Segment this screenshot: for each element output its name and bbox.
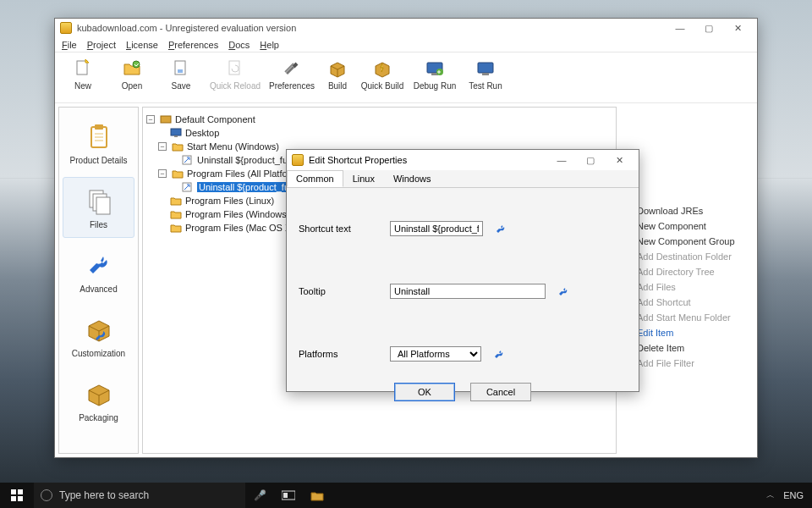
svg-rect-4: [178, 69, 183, 73]
ok-button[interactable]: OK: [394, 383, 455, 401]
taskbar-app-icon[interactable]: [303, 483, 332, 508]
close-button[interactable]: ✕: [723, 19, 752, 36]
action-add-destination: Add Destination Folder: [620, 249, 754, 264]
shortcut-text-label: Shortcut text: [299, 224, 383, 234]
action-new-component-group[interactable]: New Component Group: [620, 234, 754, 249]
action-new-component[interactable]: 👥New Component: [620, 218, 754, 234]
menu-preferences[interactable]: Preferences: [168, 40, 218, 50]
svg-rect-18: [96, 197, 110, 214]
tool-quick-reload: Quick Reload: [207, 56, 263, 91]
wrench-icon[interactable]: [493, 348, 505, 360]
menu-license[interactable]: License: [126, 40, 158, 50]
dialog-close-button[interactable]: ✕: [605, 152, 634, 168]
action-add-file-filter: Add File Filter: [620, 356, 754, 371]
shortcut-icon: [182, 182, 194, 192]
maximize-button[interactable]: ▢: [694, 19, 723, 36]
svg-rect-31: [18, 489, 23, 494]
tab-linux[interactable]: Linux: [343, 170, 384, 187]
toolbar: New Open Save Quick Reload Preferences B…: [55, 52, 757, 103]
start-button[interactable]: [0, 483, 34, 508]
folder-icon: [172, 141, 184, 152]
svg-rect-32: [11, 496, 16, 501]
titlebar[interactable]: kubadownload.com - Unregistered evaluati…: [55, 19, 757, 37]
tab-windows[interactable]: Windows: [384, 170, 441, 187]
tool-preferences[interactable]: Preferences: [266, 56, 317, 91]
tool-build[interactable]: Build: [321, 56, 354, 91]
test-run-icon: [475, 58, 497, 80]
box-wrench-icon: [84, 315, 114, 345]
left-sidebar: Product Details Files Advanced Customiza…: [58, 107, 139, 454]
tool-quick-build[interactable]: Quick Build: [358, 56, 407, 91]
tray-expand-icon[interactable]: ︿: [766, 489, 775, 501]
tool-debug-run[interactable]: Debug Run: [410, 56, 459, 91]
wrench-icon[interactable]: [495, 223, 507, 235]
tree-collapse-icon[interactable]: −: [146, 115, 155, 124]
tree-collapse-icon[interactable]: −: [158, 169, 167, 178]
nav-files[interactable]: Files: [63, 177, 134, 238]
action-download-jres[interactable]: ☕Download JREs: [620, 203, 754, 218]
tooltip-input[interactable]: [390, 284, 546, 299]
task-view-icon[interactable]: [274, 483, 303, 508]
nav-packaging[interactable]: Packaging: [63, 370, 134, 431]
svg-rect-10: [482, 73, 489, 75]
svg-rect-21: [174, 135, 178, 137]
dialog-titlebar[interactable]: Edit Shortcut Properties — ▢ ✕: [287, 150, 639, 170]
tool-save[interactable]: Save: [158, 56, 204, 91]
svg-rect-12: [95, 124, 103, 130]
menu-file[interactable]: File: [62, 40, 77, 50]
quick-build-icon: [371, 58, 393, 80]
windows-icon: [11, 489, 23, 501]
search-box[interactable]: Type here to search: [34, 483, 245, 508]
svg-rect-19: [161, 116, 171, 123]
dialog-maximize-button[interactable]: ▢: [576, 152, 605, 168]
tool-new[interactable]: New: [60, 56, 106, 91]
nav-advanced[interactable]: Advanced: [63, 241, 134, 302]
tool-test-run[interactable]: Test Run: [463, 56, 508, 91]
svg-rect-20: [171, 129, 181, 135]
component-icon: [160, 114, 172, 124]
shortcut-icon: [182, 155, 194, 165]
action-add-dir-tree: Add Directory Tree: [620, 264, 754, 279]
menubar: File Project License Preferences Docs He…: [55, 37, 757, 52]
svg-rect-35: [283, 493, 288, 498]
files-icon: [84, 186, 114, 217]
action-delete-item[interactable]: Delete Item: [620, 340, 754, 356]
cancel-button[interactable]: Cancel: [470, 383, 531, 401]
desktop-icon: [170, 128, 182, 138]
wrench-icon[interactable]: [557, 285, 569, 297]
tool-open[interactable]: Open: [109, 56, 155, 91]
action-add-files: Add Files: [620, 279, 754, 295]
nav-customization[interactable]: Customization: [63, 306, 134, 367]
shortcut-text-input[interactable]: [390, 221, 483, 236]
open-icon: [121, 58, 143, 80]
svg-rect-9: [478, 63, 493, 73]
app-icon: [292, 154, 304, 166]
action-add-start-menu: Add Start Menu Folder: [620, 310, 754, 325]
action-add-shortcut: Add Shortcut: [620, 295, 754, 310]
action-edit-item[interactable]: Edit Item: [620, 325, 754, 340]
debug-run-icon: [424, 58, 446, 80]
preferences-icon: [281, 58, 303, 80]
tab-common[interactable]: Common: [287, 170, 343, 187]
search-placeholder: Type here to search: [59, 489, 149, 501]
box-icon: [84, 379, 114, 410]
wrench-icon: [84, 251, 114, 281]
folder-icon: [170, 209, 182, 219]
folder-icon: [172, 168, 184, 179]
nav-product-details[interactable]: Product Details: [63, 113, 134, 174]
platforms-select[interactable]: All Platforms: [390, 346, 481, 362]
mic-icon[interactable]: 🎤: [245, 483, 274, 508]
taskbar[interactable]: Type here to search 🎤 ︿ ENG: [0, 483, 812, 508]
dialog-minimize-button[interactable]: —: [547, 152, 576, 168]
language-indicator[interactable]: ENG: [783, 490, 804, 500]
menu-help[interactable]: Help: [260, 40, 279, 50]
menu-docs[interactable]: Docs: [228, 40, 250, 50]
menu-project[interactable]: Project: [87, 40, 116, 50]
reload-icon: [224, 58, 246, 80]
window-title: kubadownload.com - Unregistered evaluati…: [77, 23, 296, 33]
svg-rect-33: [18, 496, 23, 501]
minimize-button[interactable]: —: [666, 19, 694, 36]
edit-shortcut-dialog: Edit Shortcut Properties — ▢ ✕ Common Li…: [286, 149, 639, 392]
tree-collapse-icon[interactable]: −: [158, 142, 167, 151]
svg-rect-30: [11, 489, 16, 494]
